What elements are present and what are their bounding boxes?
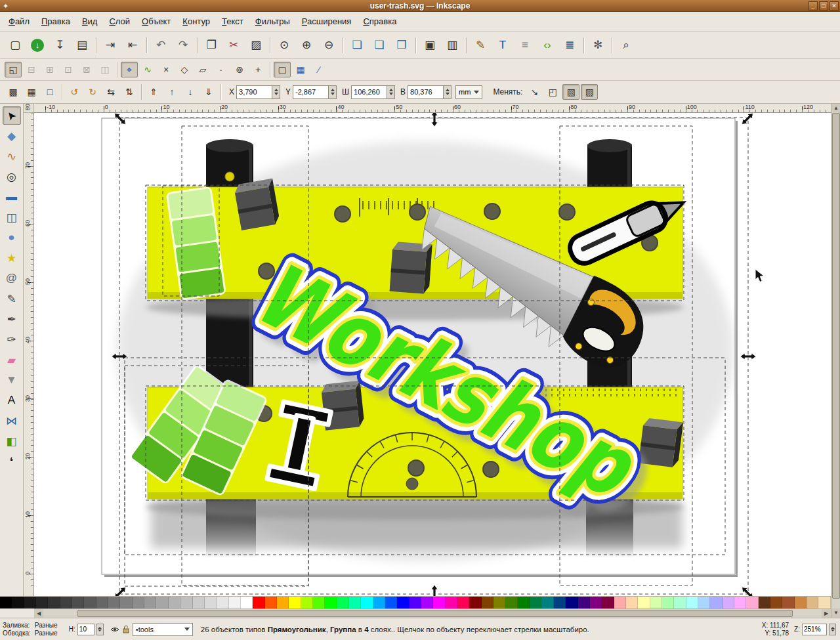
deselect[interactable]: □ [41, 84, 58, 100]
snap-bbox-edge-midpoints[interactable]: ⊡ [60, 62, 77, 77]
close-button[interactable]: ✕ [830, 1, 839, 11]
menu-item-2[interactable]: Вид [76, 14, 104, 29]
snap-smooth-nodes[interactable]: ▱ [194, 62, 211, 77]
palette-swatch-28[interactable] [337, 597, 349, 608]
transform-gradients[interactable]: ▧ [562, 84, 579, 100]
snap-bbox-centers[interactable]: ⊠ [78, 62, 95, 77]
palette-swatch-62[interactable] [746, 597, 758, 608]
redo[interactable]: ↷ [173, 35, 194, 55]
fill-value[interactable]: Разные [35, 622, 62, 629]
palette-swatch-53[interactable] [638, 597, 650, 608]
palette-swatch-66[interactable] [795, 597, 807, 608]
width-spinner[interactable] [387, 85, 395, 99]
palette-swatch-20[interactable] [241, 597, 253, 608]
group-objects[interactable]: ▣ [419, 35, 440, 55]
ellipse-tool[interactable]: ● [3, 228, 21, 247]
menu-item-1[interactable]: Правка [35, 14, 76, 29]
undo[interactable]: ↶ [150, 35, 171, 55]
y-input[interactable] [293, 85, 328, 99]
palette-swatch-7[interactable] [84, 597, 96, 608]
menu-item-9[interactable]: Справка [357, 14, 402, 29]
pencil-tool[interactable]: ✎ [3, 289, 21, 308]
cut[interactable]: ✂ [223, 35, 244, 55]
x-spinner[interactable] [272, 85, 280, 99]
palette-swatch-65[interactable] [782, 597, 794, 608]
palette-swatch-35[interactable] [421, 597, 433, 608]
transform-stroke[interactable]: ↘ [526, 84, 543, 100]
palette-swatch-42[interactable] [505, 597, 517, 608]
horizontal-ruler[interactable]: -100102030405060708090100110120 [34, 104, 831, 113]
palette-swatch-50[interactable] [602, 597, 614, 608]
palette-swatch-31[interactable] [373, 597, 385, 608]
vertical-ruler[interactable]: 80706050403020100 [24, 113, 34, 596]
palette-swatch-39[interactable] [469, 597, 481, 608]
palette-swatch-55[interactable] [662, 597, 674, 608]
dropper-tool[interactable]: ❛ [3, 452, 21, 471]
palette-swatch-45[interactable] [541, 597, 553, 608]
xml-editor[interactable]: ‹› [537, 35, 558, 55]
snap-path-intersections[interactable]: × [158, 62, 175, 77]
zoom-to-selection[interactable]: ⊙ [274, 35, 295, 55]
clamp-block-2[interactable] [390, 242, 432, 294]
rotate-90-ccw[interactable]: ↺ [66, 84, 83, 100]
palette-swatch-3[interactable] [36, 597, 48, 608]
horizontal-scrollbar[interactable]: ◀ ▶ [34, 608, 831, 618]
palette-swatch-40[interactable] [482, 597, 494, 608]
palette-swatch-63[interactable] [759, 597, 770, 608]
save-document[interactable]: ↧ [49, 35, 70, 55]
height-input[interactable] [408, 85, 443, 99]
palette-swatch-23[interactable] [277, 597, 289, 608]
x-input[interactable] [236, 85, 272, 99]
stroke-value[interactable]: Разные [35, 629, 62, 637]
palette-swatch-61[interactable] [734, 597, 746, 608]
palette-swatch-17[interactable] [205, 597, 217, 608]
spiral-tool[interactable]: @ [3, 269, 21, 288]
zoom-spinner[interactable] [829, 624, 836, 635]
open-document[interactable]: ↓ [27, 35, 48, 55]
eye-icon[interactable] [110, 626, 119, 633]
palette-swatch-54[interactable] [650, 597, 662, 608]
palette-swatch-32[interactable] [385, 597, 397, 608]
palette-swatch-1[interactable] [12, 597, 24, 608]
raise[interactable]: ↑ [163, 84, 180, 100]
menu-item-3[interactable]: Слой [103, 14, 136, 29]
snap-object-centers[interactable]: ⊚ [231, 62, 248, 77]
flip-vertical[interactable]: ⇅ [121, 84, 138, 100]
snap-nodes[interactable]: ⌖ [121, 62, 138, 77]
palette-swatch-46[interactable] [554, 597, 566, 608]
palette-swatch-68[interactable] [818, 597, 830, 608]
print-document[interactable]: ▤ [72, 35, 93, 55]
palette-swatch-47[interactable] [566, 597, 578, 608]
palette-swatch-59[interactable] [710, 597, 722, 608]
transform-corners[interactable]: ◰ [544, 84, 561, 100]
opacity-input[interactable] [77, 624, 94, 635]
palette-swatch-2[interactable] [24, 597, 36, 608]
palette-swatch-8[interactable] [96, 597, 108, 608]
menu-item-7[interactable]: Фильтры [249, 14, 296, 29]
palette-swatch-41[interactable] [494, 597, 505, 608]
gradient-tool[interactable]: ◧ [3, 432, 21, 450]
flip-horizontal[interactable]: ⇆ [102, 84, 119, 100]
fill-stroke-dialog[interactable]: ✎ [470, 35, 491, 55]
snap-bbox-corners[interactable]: ⊞ [41, 62, 58, 77]
menu-item-8[interactable]: Расширения [296, 14, 358, 29]
find[interactable]: ⌕ [616, 35, 637, 55]
snap-bbox-midlines[interactable]: ◫ [96, 62, 114, 77]
rotate-90-cw[interactable]: ↻ [84, 84, 101, 100]
menu-item-6[interactable]: Текст [216, 14, 249, 29]
create-clone[interactable]: ❑ [369, 35, 390, 55]
opacity-spinner[interactable] [96, 624, 104, 635]
fill-stroke-values[interactable]: Разные Разные [31, 622, 62, 637]
scroll-down-icon[interactable]: ▼ [831, 608, 840, 618]
select-all[interactable]: ▩ [5, 84, 22, 100]
palette-swatch-37[interactable] [446, 597, 457, 608]
palette-swatch-67[interactable] [807, 597, 818, 608]
text-tool[interactable]: A [3, 391, 21, 410]
paste[interactable]: ▨ [245, 35, 266, 55]
menu-item-0[interactable]: Файл [3, 14, 35, 29]
preferences[interactable]: ✻ [587, 35, 608, 55]
pen-tool[interactable]: ✒ [3, 310, 21, 328]
palette-swatch-5[interactable] [60, 597, 72, 608]
text-dialog[interactable]: T [492, 35, 513, 55]
height-spinner[interactable] [443, 85, 452, 99]
